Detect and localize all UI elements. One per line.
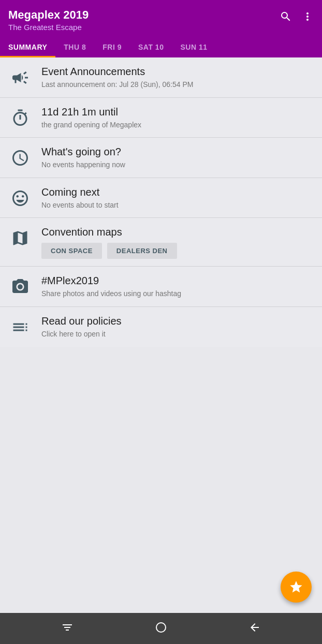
header-actions <box>280 10 314 26</box>
announcements-title: Event Announcements <box>41 65 314 78</box>
header: Megaplex 2019 The Greatest Escape <box>0 0 322 37</box>
timer-icon <box>8 106 32 130</box>
announcements-text: Event Announcements Last announcement on… <box>41 65 314 90</box>
coming-next-subtitle: No events about to start <box>41 200 314 211</box>
countdown-text: 11d 21h 1m until the grand opening of Me… <box>41 105 314 130</box>
hashtag-title: #MPlex2019 <box>41 274 314 287</box>
nav-home-icon[interactable] <box>155 621 167 636</box>
clock-icon <box>8 146 32 170</box>
list-item-whats-going-on[interactable]: What's going on? No events happening now <box>0 138 322 178</box>
camera-icon <box>8 275 32 299</box>
whats-going-on-subtitle: No events happening now <box>41 160 314 170</box>
whats-going-on-text: What's going on? No events happening now <box>41 145 314 170</box>
convention-maps-title: Convention maps <box>41 225 314 239</box>
list-item-hashtag[interactable]: #MPlex2019 Share photos and videos using… <box>0 267 322 307</box>
map-icon <box>8 226 32 250</box>
svg-point-0 <box>156 623 166 632</box>
tab-summary[interactable]: SUMMARY <box>0 37 55 57</box>
policies-subtitle: Click here to open it <box>41 329 314 340</box>
more-options-icon[interactable] <box>301 10 314 26</box>
tab-bar: SUMMARY THU 8 FRI 9 SAT 10 SUN 11 <box>0 37 322 57</box>
nav-menu-icon[interactable] <box>61 621 74 636</box>
list-item-countdown[interactable]: 11d 21h 1m until the grand opening of Me… <box>0 98 322 138</box>
policies-title: Read our policies <box>41 314 314 328</box>
coming-next-text: Coming next No events about to start <box>41 185 314 211</box>
map-buttons: CON SPACE DEALERS DEN <box>41 243 314 259</box>
coming-next-title: Coming next <box>41 185 314 199</box>
tab-fri9[interactable]: FRI 9 <box>94 37 130 57</box>
hashtag-subtitle: Share photos and videos using our hashta… <box>41 289 314 299</box>
hashtag-text: #MPlex2019 Share photos and videos using… <box>41 274 314 299</box>
policies-text: Read our policies Click here to open it <box>41 314 314 340</box>
con-space-button[interactable]: CON SPACE <box>41 243 102 259</box>
convention-maps-text: Convention maps CON SPACE DEALERS DEN <box>41 225 314 259</box>
announcements-subtitle: Last announcement on: Jul 28 (Sun), 06:5… <box>41 80 314 90</box>
content-area: Event Announcements Last announcement on… <box>0 57 322 613</box>
policies-icon <box>8 315 32 339</box>
coming-next-icon <box>8 186 32 210</box>
app-title: Megaplex 2019 <box>8 8 89 22</box>
tab-sat10[interactable]: SAT 10 <box>130 37 172 57</box>
list-item-convention-maps[interactable]: Convention maps CON SPACE DEALERS DEN <box>0 218 322 267</box>
nav-back-icon[interactable] <box>248 621 261 636</box>
header-title-area: Megaplex 2019 The Greatest Escape <box>8 8 89 32</box>
dealers-den-button[interactable]: DEALERS DEN <box>107 243 177 259</box>
search-icon[interactable] <box>280 10 292 26</box>
bottom-navigation <box>0 613 322 644</box>
countdown-title: 11d 21h 1m until <box>41 105 314 119</box>
list-item-coming-next[interactable]: Coming next No events about to start <box>0 178 322 218</box>
list-item-announcements[interactable]: Event Announcements Last announcement on… <box>0 57 322 98</box>
app-subtitle: The Greatest Escape <box>8 23 89 32</box>
whats-going-on-title: What's going on? <box>41 145 314 158</box>
fab-button[interactable] <box>281 572 312 603</box>
tab-thu8[interactable]: THU 8 <box>55 37 94 57</box>
countdown-subtitle: the grand opening of Megaplex <box>41 120 314 130</box>
tab-sun11[interactable]: SUN 11 <box>172 37 215 57</box>
list-item-policies[interactable]: Read our policies Click here to open it <box>0 307 322 347</box>
megaphone-icon <box>8 66 32 90</box>
